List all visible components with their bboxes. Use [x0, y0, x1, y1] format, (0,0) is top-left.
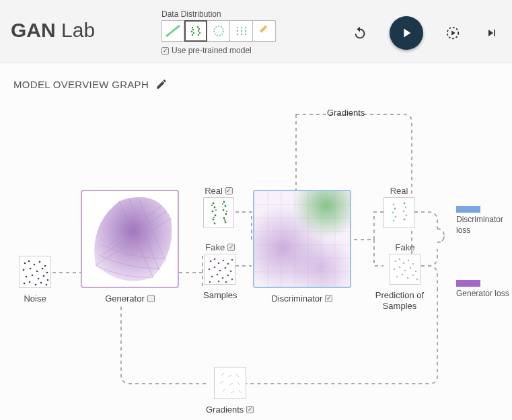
svg-point-50 — [225, 205, 227, 207]
discriminator-loss-label: Discriminator loss — [456, 215, 512, 236]
distribution-ring[interactable] — [207, 20, 230, 42]
svg-point-63 — [218, 262, 220, 265]
fake-samples-label: Fake — [203, 242, 237, 252]
svg-point-58 — [222, 203, 223, 205]
distribution-clusters[interactable] — [184, 20, 207, 42]
svg-point-61 — [210, 260, 212, 262]
svg-point-51 — [223, 209, 225, 211]
svg-point-62 — [214, 258, 216, 260]
svg-point-20 — [244, 34, 246, 36]
svg-point-7 — [198, 28, 200, 30]
svg-point-72 — [211, 276, 213, 278]
svg-point-35 — [38, 278, 40, 280]
svg-line-121 — [221, 373, 224, 376]
svg-point-4 — [193, 32, 194, 34]
svg-point-70 — [225, 267, 227, 269]
svg-point-31 — [42, 268, 44, 270]
svg-point-96 — [393, 204, 395, 206]
svg-point-98 — [392, 212, 394, 214]
pretrain-checkbox[interactable] — [161, 47, 169, 55]
section-header: MODEL OVERVIEW GRAPH — [13, 78, 168, 90]
svg-point-29 — [30, 268, 32, 270]
fake-checkbox[interactable] — [227, 244, 235, 251]
svg-point-52 — [225, 213, 227, 215]
pretrain-label: Use pre-trained model — [172, 46, 252, 55]
svg-point-45 — [212, 211, 214, 213]
generator-loss-bar — [456, 280, 480, 287]
svg-line-128 — [231, 391, 234, 393]
svg-point-43 — [213, 203, 215, 205]
svg-point-120 — [416, 279, 418, 281]
svg-point-97 — [394, 208, 396, 210]
gradients-checkbox[interactable] — [246, 406, 254, 413]
edit-icon[interactable] — [155, 78, 168, 90]
noise-node: Noise — [19, 256, 51, 304]
playback-controls — [351, 16, 501, 50]
distribution-grid[interactable] — [230, 20, 253, 42]
svg-point-30 — [36, 271, 38, 273]
svg-point-107 — [399, 258, 401, 260]
gradients-top-label: Gradients — [327, 108, 365, 118]
svg-point-10 — [198, 34, 199, 36]
svg-line-0 — [166, 26, 180, 36]
generator-label: Generator — [81, 293, 179, 304]
svg-point-12 — [236, 27, 238, 29]
app-title-light: Lab — [61, 19, 95, 41]
svg-point-108 — [403, 262, 405, 265]
svg-point-115 — [415, 271, 417, 273]
app-title: GAN Lab — [11, 19, 95, 42]
discriminator-tile[interactable] — [253, 190, 351, 288]
svg-point-76 — [231, 279, 233, 281]
svg-point-39 — [29, 281, 31, 283]
svg-point-68 — [214, 267, 216, 269]
svg-point-26 — [39, 261, 41, 263]
svg-point-60 — [224, 219, 225, 221]
svg-point-79 — [225, 281, 227, 283]
svg-point-23 — [24, 262, 26, 265]
svg-point-24 — [28, 260, 30, 262]
svg-point-47 — [213, 219, 215, 221]
step-button[interactable] — [482, 24, 501, 42]
svg-rect-21 — [259, 26, 266, 33]
generator-checkbox[interactable] — [147, 295, 155, 302]
svg-point-14 — [244, 27, 246, 29]
samples-label: Samples — [203, 290, 237, 300]
reset-button[interactable] — [351, 24, 369, 42]
svg-point-17 — [244, 30, 246, 32]
header-bar: GAN Lab Data Distribution — [0, 0, 512, 63]
svg-point-104 — [406, 215, 408, 217]
pretrain-row[interactable]: Use pre-trained model — [161, 46, 276, 55]
svg-point-114 — [410, 267, 412, 269]
svg-point-69 — [219, 270, 221, 272]
svg-point-53 — [223, 217, 225, 219]
svg-point-38 — [24, 283, 26, 285]
generator-tile[interactable] — [81, 190, 179, 288]
gradients-tile[interactable] — [214, 367, 246, 399]
play-button[interactable] — [390, 16, 423, 50]
svg-point-1 — [192, 27, 193, 28]
svg-point-36 — [43, 275, 45, 277]
generator-node: Generator — [81, 190, 179, 304]
svg-point-57 — [213, 217, 215, 218]
prediction-fake-tile[interactable] — [390, 254, 420, 285]
discriminator-label: Discriminator — [253, 293, 351, 304]
discriminator-checkbox[interactable] — [325, 295, 332, 302]
noise-tile[interactable] — [19, 256, 51, 288]
real-checkbox[interactable] — [225, 187, 233, 195]
distribution-line[interactable] — [161, 20, 184, 42]
svg-point-111 — [394, 269, 396, 271]
svg-point-103 — [403, 211, 405, 213]
svg-line-129 — [239, 390, 242, 393]
gradients-bottom-node: Gradients — [206, 367, 254, 415]
svg-point-59 — [226, 211, 227, 212]
svg-point-11 — [214, 26, 223, 36]
svg-point-116 — [396, 276, 398, 278]
distribution-custom[interactable] — [253, 20, 276, 42]
real-samples-tile[interactable] — [203, 197, 234, 228]
fake-samples-tile[interactable] — [205, 254, 235, 285]
svg-point-119 — [412, 275, 414, 277]
prediction-fake-node: Fake Prediction of Samples — [383, 242, 427, 311]
svg-point-112 — [399, 267, 401, 269]
slow-motion-button[interactable] — [443, 24, 462, 42]
prediction-real-tile[interactable] — [383, 197, 414, 228]
